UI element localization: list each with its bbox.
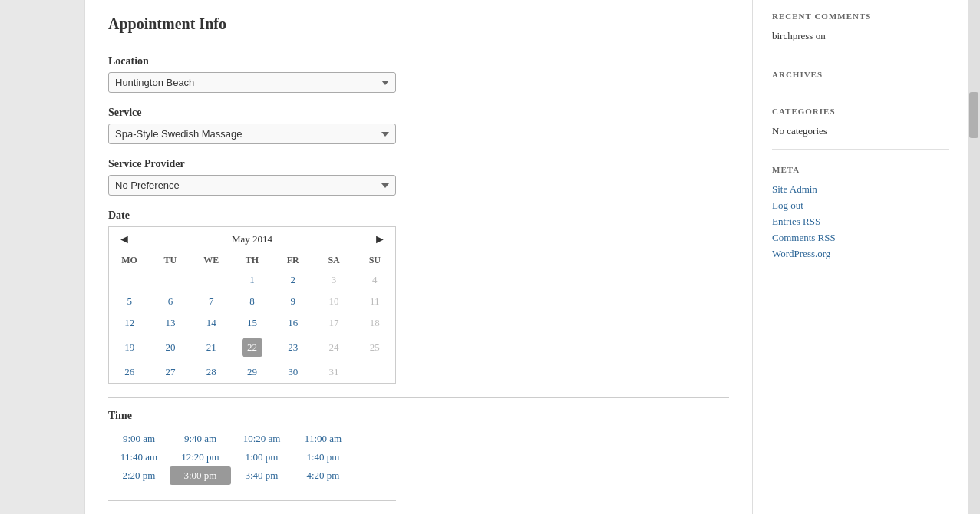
cal-day-16[interactable]: 16 (272, 312, 313, 334)
meta-link-entries-rss[interactable]: Entries RSS (772, 216, 949, 228)
cal-link-30[interactable]: 30 (288, 366, 298, 377)
cal-day-29[interactable]: 29 (232, 361, 272, 383)
cal-day-28[interactable]: 28 (191, 361, 232, 383)
meta-link-log-out[interactable]: Log out (772, 199, 949, 212)
cal-day-9[interactable]: 9 (272, 291, 313, 312)
time-slot-1220pm[interactable]: 12:20 pm (170, 448, 231, 466)
time-slot-940am[interactable]: 9:40 am (170, 430, 231, 448)
cal-inactive-17: 17 (329, 317, 339, 328)
cal-link-13[interactable]: 13 (165, 317, 175, 328)
cal-link-5[interactable]: 5 (127, 295, 132, 307)
cal-day-2[interactable]: 2 (272, 269, 313, 291)
cal-day-6[interactable]: 6 (150, 291, 190, 312)
cal-inactive-24: 24 (329, 341, 339, 353)
cal-link-9[interactable]: 9 (291, 295, 296, 307)
cal-day-1[interactable]: 1 (232, 269, 272, 291)
time-slot-420pm[interactable]: 4:20 pm (292, 466, 354, 485)
cal-link-12[interactable]: 12 (124, 317, 134, 328)
location-group: Location Huntington Beach Other Location (108, 55, 729, 93)
cal-day-30[interactable]: 30 (272, 361, 313, 383)
cal-link-14[interactable]: 14 (206, 317, 216, 328)
cal-inactive-18: 18 (370, 317, 380, 328)
cal-link-23[interactable]: 23 (288, 341, 298, 353)
cal-day-11: 11 (355, 291, 395, 312)
calendar-header: ◄ May 2014 ► (109, 227, 395, 252)
recent-comments-title: RECENT COMMENTS (772, 12, 949, 21)
time-slot-1100am[interactable]: 11:00 am (292, 430, 354, 448)
sidebar-divider-1 (772, 54, 949, 54)
calendar-prev-button[interactable]: ◄ (117, 232, 132, 247)
archives-title: ARCHIVES (772, 70, 949, 79)
cal-day-20[interactable]: 20 (150, 334, 190, 361)
cal-link-6[interactable]: 6 (168, 295, 173, 307)
cal-day-19[interactable]: 19 (109, 334, 150, 361)
cal-day-22-selected[interactable]: 22 (232, 334, 272, 361)
date-group: Date ◄ May 2014 ► MO TU WE TH FR (108, 209, 729, 384)
service-label: Service (108, 107, 729, 119)
page-title: Appointment Info (108, 15, 729, 33)
time-slot-220pm[interactable]: 2:20 pm (108, 466, 170, 485)
cal-link-20[interactable]: 20 (165, 341, 175, 353)
cal-link-19[interactable]: 19 (124, 341, 134, 353)
time-slot-300pm-selected[interactable]: 3:00 pm (170, 466, 231, 485)
cal-day-7[interactable]: 7 (191, 291, 232, 312)
date-label: Date (108, 209, 729, 222)
cal-day-21[interactable]: 21 (191, 334, 232, 361)
cal-selected-22[interactable]: 22 (242, 338, 262, 357)
cal-day-10: 10 (313, 291, 354, 312)
time-slot-140pm[interactable]: 1:40 pm (292, 448, 354, 466)
time-slot-340pm[interactable]: 3:40 pm (231, 466, 292, 485)
cal-link-2[interactable]: 2 (291, 274, 296, 285)
meta-link-wordpress-org[interactable]: WordPress.org (772, 248, 949, 260)
bottom-divider (108, 500, 396, 501)
cal-link-1[interactable]: 1 (249, 274, 255, 285)
scrollbar[interactable] (968, 0, 980, 514)
cal-day-15[interactable]: 15 (232, 312, 272, 334)
cal-day-5[interactable]: 5 (109, 291, 150, 312)
cal-link-26[interactable]: 26 (124, 366, 134, 377)
time-slot-1140am[interactable]: 11:40 am (108, 448, 170, 466)
cal-day-26[interactable]: 26 (109, 361, 150, 383)
meta-link-site-admin[interactable]: Site Admin (772, 183, 949, 196)
cal-empty (355, 361, 395, 383)
calendar-days-row: MO TU WE TH FR SA SU (109, 252, 395, 269)
time-label: Time (108, 410, 729, 422)
cal-link-29[interactable]: 29 (247, 366, 257, 377)
main-content: Appointment Info Location Huntington Bea… (84, 0, 753, 514)
cal-day-27[interactable]: 27 (150, 361, 190, 383)
calendar-week-3: 12 13 14 15 16 17 18 (109, 312, 395, 334)
cal-day-23[interactable]: 23 (272, 334, 313, 361)
calendar-grid: MO TU WE TH FR SA SU (109, 252, 395, 383)
time-slots-container: 9:00 am 9:40 am 10:20 am 11:00 am 11:40 … (108, 430, 396, 485)
cal-link-15[interactable]: 15 (247, 317, 257, 328)
time-slot-1020am[interactable]: 10:20 am (231, 430, 292, 448)
calendar-week-5: 26 27 28 29 30 31 (109, 361, 395, 383)
service-provider-select[interactable]: No Preference Provider 1 (108, 175, 396, 196)
cal-day-8[interactable]: 8 (232, 291, 272, 312)
section-divider (108, 41, 729, 41)
cal-link-28[interactable]: 28 (206, 366, 216, 377)
time-slot-900am[interactable]: 9:00 am (108, 430, 170, 448)
meta-link-comments-rss[interactable]: Comments RSS (772, 232, 949, 244)
service-group: Service Spa-Style Swedish Massage Deep T… (108, 107, 729, 144)
cal-link-16[interactable]: 16 (288, 317, 298, 328)
col-fr: FR (272, 252, 313, 269)
cal-link-27[interactable]: 27 (165, 366, 175, 377)
cal-day-14[interactable]: 14 (191, 312, 232, 334)
categories-title: CATEGORIES (772, 107, 949, 116)
location-select[interactable]: Huntington Beach Other Location (108, 72, 396, 93)
no-categories-text: No categories (772, 125, 949, 137)
meta-title: META (772, 165, 949, 174)
cal-empty (109, 269, 150, 291)
time-slot-100pm[interactable]: 1:00 pm (231, 448, 292, 466)
cal-link-8[interactable]: 8 (249, 295, 255, 307)
cal-link-7[interactable]: 7 (209, 295, 214, 307)
calendar-next-button[interactable]: ► (372, 232, 388, 247)
service-provider-group: Service Provider No Preference Provider … (108, 158, 729, 196)
cal-day-12[interactable]: 12 (109, 312, 150, 334)
service-select[interactable]: Spa-Style Swedish Massage Deep Tissue Ma… (108, 124, 396, 144)
cal-empty (150, 269, 190, 291)
cal-day-3: 3 (313, 269, 354, 291)
cal-day-13[interactable]: 13 (150, 312, 190, 334)
cal-link-21[interactable]: 21 (206, 341, 216, 353)
